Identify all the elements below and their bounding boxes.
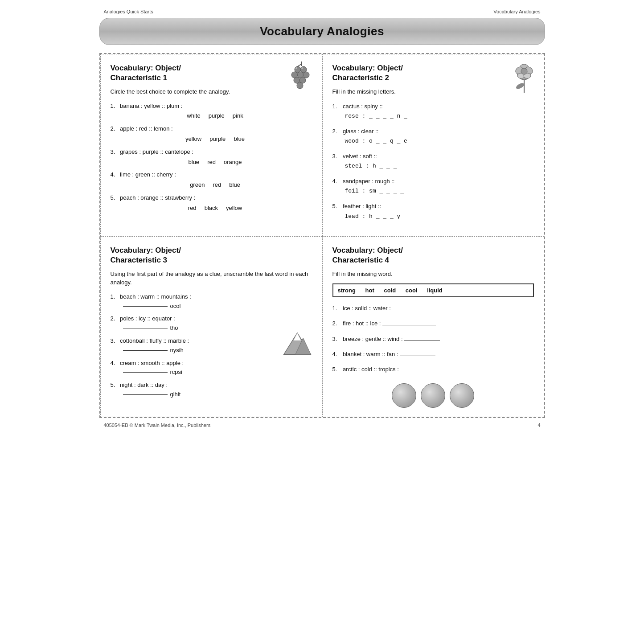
cell-3: Vocabulary: Object/Characteristic 3 Usin… bbox=[100, 236, 322, 417]
cell-1-list: 1. banana : yellow :: plum : white purpl… bbox=[111, 102, 312, 213]
cell-2-instruction: Fill in the missing letters. bbox=[332, 87, 534, 96]
main-grid: Vocabulary: Object/Characteristic 1 bbox=[99, 53, 545, 418]
list-item: 2. glass : clear :: wood : o _ _ q _ e bbox=[332, 127, 534, 146]
list-item: 2. apple : red :: lemon : yellow purple … bbox=[111, 124, 312, 144]
svg-point-11 bbox=[301, 67, 303, 69]
cell-4-list: 1. ice : solid :: water : 2. fire : hot … bbox=[332, 304, 534, 374]
page-title: Vocabulary Analogies bbox=[109, 25, 536, 38]
list-item: 1. ice : solid :: water : bbox=[332, 304, 534, 313]
grape-icon bbox=[288, 62, 315, 88]
bottom-left-label: 405054-EB © Mark Twain Media, Inc., Publ… bbox=[104, 422, 211, 428]
balls-icon bbox=[332, 383, 534, 408]
list-item: 4. lime : green :: cherry : green red bl… bbox=[111, 170, 312, 190]
top-left-label: Analogies Quick Starts bbox=[104, 9, 153, 14]
word-bank: strong hot cold cool liquid bbox=[332, 283, 534, 297]
cell-4: Vocabulary: Object/Characteristic 4 Fill… bbox=[322, 236, 544, 417]
page: Analogies Quick Starts Vocabulary Analog… bbox=[99, 0, 545, 437]
cell-2-title: Vocabulary: Object/Characteristic 2 bbox=[332, 63, 534, 83]
cell-1-instruction: Circle the best choice to complete the a… bbox=[111, 87, 312, 96]
list-item: 5. arctic : cold :: tropics : bbox=[332, 365, 534, 374]
list-item: 5. feather : light :: lead : h _ _ _ y bbox=[332, 201, 534, 221]
top-right-label: Vocabulary Analogies bbox=[493, 9, 540, 14]
list-item: 4. cream : smooth :: apple : rcpsi bbox=[111, 359, 312, 377]
title-banner: Vocabulary Analogies bbox=[99, 18, 545, 45]
cell-3-title: Vocabulary: Object/Characteristic 3 bbox=[111, 246, 312, 265]
rose-icon bbox=[512, 62, 537, 90]
list-item: 2. poles : icy :: equator : tho bbox=[111, 314, 312, 333]
cell-1: Vocabulary: Object/Characteristic 1 bbox=[100, 54, 322, 236]
svg-point-6 bbox=[303, 72, 309, 78]
cell-4-instruction: Fill in the missing word. bbox=[332, 270, 534, 279]
list-item: 2. fire : hot :: ice : bbox=[332, 319, 534, 328]
svg-point-20 bbox=[521, 68, 527, 74]
list-item: 5. peach : orange :: strawberry : red bl… bbox=[111, 193, 312, 213]
list-item: 3. velvet : soft :: steel : h _ _ _ bbox=[332, 152, 534, 171]
svg-point-10 bbox=[295, 67, 297, 69]
cell-1-title: Vocabulary: Object/Characteristic 1 bbox=[111, 63, 312, 83]
bottom-right-label: 4 bbox=[537, 422, 540, 428]
list-item: 1. beach : warm :: mountains : ocol bbox=[111, 292, 312, 311]
list-item: 3. grapes : purple :: cantelope : blue r… bbox=[111, 148, 312, 167]
cell-2: Vocabulary: Object/Characteristic 2 bbox=[322, 54, 544, 236]
list-item: 5. night : dark :: day : glhit bbox=[111, 381, 312, 399]
svg-point-13 bbox=[515, 82, 525, 90]
cell-4-title: Vocabulary: Object/Characteristic 4 bbox=[332, 246, 534, 265]
svg-point-9 bbox=[297, 82, 303, 89]
list-item: 1. banana : yellow :: plum : white purpl… bbox=[111, 102, 312, 121]
list-item: 1. cactus : spiny :: rose : _ _ _ _ n _ bbox=[332, 102, 534, 121]
list-item: 4. blanket : warm :: fan : bbox=[332, 349, 534, 359]
list-item: 3. breeze : gentle :: wind : bbox=[332, 334, 534, 344]
bottom-bar: 405054-EB © Mark Twain Media, Inc., Publ… bbox=[99, 422, 545, 428]
cell-2-list: 1. cactus : spiny :: rose : _ _ _ _ n _ … bbox=[332, 102, 534, 222]
mountain-icon bbox=[282, 332, 313, 359]
list-item: 4. sandpaper : rough :: foil : sm _ _ _ … bbox=[332, 176, 534, 196]
top-bar: Analogies Quick Starts Vocabulary Analog… bbox=[99, 9, 545, 14]
cell-3-instruction: Using the first part of the analogy as a… bbox=[111, 270, 312, 287]
